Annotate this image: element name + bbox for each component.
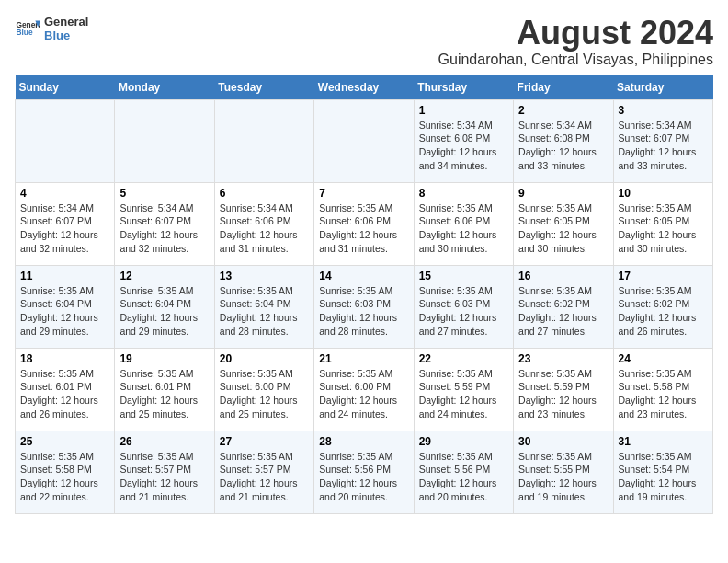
title-block: August 2024 Guindarohan, Central Visayas…	[438, 15, 713, 68]
day-number: 21	[319, 352, 408, 365]
day-number: 28	[319, 435, 408, 448]
day-number: 20	[220, 352, 309, 365]
calendar-cell: 7Sunrise: 5:35 AM Sunset: 6:06 PM Daylig…	[314, 182, 414, 265]
day-number: 18	[20, 352, 109, 365]
day-info: Sunrise: 5:35 AM Sunset: 6:04 PM Dayligh…	[119, 284, 209, 339]
day-info: Sunrise: 5:35 AM Sunset: 5:59 PM Dayligh…	[419, 367, 508, 421]
day-number: 14	[319, 270, 408, 282]
calendar-cell: 22Sunrise: 5:35 AM Sunset: 5:59 PM Dayli…	[414, 348, 513, 431]
calendar-cell: 9Sunrise: 5:35 AM Sunset: 6:05 PM Daylig…	[514, 182, 613, 265]
day-info: Sunrise: 5:35 AM Sunset: 6:02 PM Dayligh…	[619, 284, 708, 339]
header-day-monday: Monday	[115, 75, 214, 100]
calendar-cell: 30Sunrise: 5:35 AM Sunset: 5:55 PM Dayli…	[514, 431, 613, 513]
calendar-cell: 31Sunrise: 5:35 AM Sunset: 5:54 PM Dayli…	[613, 431, 712, 513]
logo: General Blue General Blue	[15, 15, 88, 42]
day-number: 26	[119, 435, 209, 448]
day-info: Sunrise: 5:35 AM Sunset: 6:00 PM Dayligh…	[319, 367, 408, 421]
day-number: 11	[20, 270, 109, 282]
day-info: Sunrise: 5:35 AM Sunset: 5:57 PM Dayligh…	[220, 450, 309, 504]
calendar-cell: 6Sunrise: 5:34 AM Sunset: 6:06 PM Daylig…	[214, 182, 313, 265]
day-info: Sunrise: 5:35 AM Sunset: 6:01 PM Dayligh…	[20, 367, 109, 421]
day-info: Sunrise: 5:35 AM Sunset: 6:06 PM Dayligh…	[419, 201, 508, 256]
calendar-cell: 29Sunrise: 5:35 AM Sunset: 5:56 PM Dayli…	[414, 431, 513, 513]
day-info: Sunrise: 5:34 AM Sunset: 6:07 PM Dayligh…	[20, 201, 109, 256]
calendar-cell: 5Sunrise: 5:34 AM Sunset: 6:07 PM Daylig…	[115, 182, 214, 265]
calendar-cell	[16, 99, 115, 182]
header-day-sunday: Sunday	[16, 75, 115, 100]
calendar-cell: 23Sunrise: 5:35 AM Sunset: 5:59 PM Dayli…	[514, 348, 613, 431]
calendar-cell: 19Sunrise: 5:35 AM Sunset: 6:01 PM Dayli…	[115, 348, 214, 431]
calendar-table: SundayMondayTuesdayWednesdayThursdayFrid…	[15, 75, 713, 514]
header-day-friday: Friday	[514, 75, 613, 100]
day-info: Sunrise: 5:35 AM Sunset: 6:02 PM Dayligh…	[518, 284, 608, 339]
day-info: Sunrise: 5:34 AM Sunset: 6:06 PM Dayligh…	[220, 201, 309, 256]
calendar-cell	[214, 99, 313, 182]
day-number: 8	[419, 187, 508, 200]
day-number: 16	[518, 270, 608, 282]
header-day-tuesday: Tuesday	[214, 75, 313, 100]
calendar-cell: 2Sunrise: 5:34 AM Sunset: 6:08 PM Daylig…	[514, 99, 613, 182]
day-info: Sunrise: 5:35 AM Sunset: 5:59 PM Dayligh…	[518, 367, 608, 421]
day-info: Sunrise: 5:35 AM Sunset: 5:58 PM Dayligh…	[20, 450, 109, 504]
page-title: August 2024	[438, 15, 713, 52]
calendar-cell: 28Sunrise: 5:35 AM Sunset: 5:56 PM Dayli…	[314, 431, 414, 513]
day-number: 9	[518, 187, 608, 200]
calendar-cell: 13Sunrise: 5:35 AM Sunset: 6:04 PM Dayli…	[214, 265, 313, 348]
day-number: 19	[119, 352, 209, 365]
calendar-cell: 3Sunrise: 5:34 AM Sunset: 6:07 PM Daylig…	[613, 99, 712, 182]
day-number: 10	[619, 187, 708, 200]
day-info: Sunrise: 5:35 AM Sunset: 6:03 PM Dayligh…	[419, 284, 508, 339]
day-number: 12	[119, 270, 209, 282]
day-info: Sunrise: 5:35 AM Sunset: 6:01 PM Dayligh…	[119, 367, 209, 421]
day-info: Sunrise: 5:35 AM Sunset: 6:03 PM Dayligh…	[319, 284, 408, 339]
calendar-cell	[115, 99, 214, 182]
day-info: Sunrise: 5:35 AM Sunset: 5:57 PM Dayligh…	[119, 450, 209, 504]
week-row-5: 25Sunrise: 5:35 AM Sunset: 5:58 PM Dayli…	[16, 431, 713, 513]
day-info: Sunrise: 5:35 AM Sunset: 5:56 PM Dayligh…	[419, 450, 508, 504]
logo-general: General	[44, 15, 88, 29]
logo-blue: Blue	[44, 29, 88, 42]
calendar-cell: 25Sunrise: 5:35 AM Sunset: 5:58 PM Dayli…	[16, 431, 115, 513]
day-info: Sunrise: 5:35 AM Sunset: 6:05 PM Dayligh…	[518, 201, 608, 256]
day-number: 6	[220, 187, 309, 200]
day-number: 13	[220, 270, 309, 282]
day-number: 4	[20, 187, 109, 200]
week-row-4: 18Sunrise: 5:35 AM Sunset: 6:01 PM Dayli…	[16, 348, 713, 431]
calendar-cell: 17Sunrise: 5:35 AM Sunset: 6:02 PM Dayli…	[613, 265, 712, 348]
calendar-cell: 24Sunrise: 5:35 AM Sunset: 5:58 PM Dayli…	[613, 348, 712, 431]
day-info: Sunrise: 5:34 AM Sunset: 6:08 PM Dayligh…	[419, 119, 508, 173]
day-info: Sunrise: 5:35 AM Sunset: 6:00 PM Dayligh…	[220, 367, 309, 421]
day-number: 31	[619, 435, 708, 448]
day-number: 1	[419, 104, 508, 117]
day-info: Sunrise: 5:35 AM Sunset: 6:04 PM Dayligh…	[20, 284, 109, 339]
calendar-cell: 1Sunrise: 5:34 AM Sunset: 6:08 PM Daylig…	[414, 99, 513, 182]
page-header: General Blue General Blue August 2024 Gu…	[15, 15, 713, 68]
day-info: Sunrise: 5:35 AM Sunset: 6:04 PM Dayligh…	[220, 284, 309, 339]
calendar-cell: 4Sunrise: 5:34 AM Sunset: 6:07 PM Daylig…	[16, 182, 115, 265]
header-day-wednesday: Wednesday	[314, 75, 414, 100]
day-number: 17	[619, 270, 708, 282]
day-number: 24	[619, 352, 708, 365]
calendar-cell: 10Sunrise: 5:35 AM Sunset: 6:05 PM Dayli…	[613, 182, 712, 265]
day-number: 30	[518, 435, 608, 448]
day-info: Sunrise: 5:34 AM Sunset: 6:07 PM Dayligh…	[619, 119, 708, 173]
header-day-saturday: Saturday	[613, 75, 712, 100]
week-row-2: 4Sunrise: 5:34 AM Sunset: 6:07 PM Daylig…	[16, 182, 713, 265]
day-number: 5	[119, 187, 209, 200]
calendar-cell: 8Sunrise: 5:35 AM Sunset: 6:06 PM Daylig…	[414, 182, 513, 265]
calendar-cell: 18Sunrise: 5:35 AM Sunset: 6:01 PM Dayli…	[16, 348, 115, 431]
day-info: Sunrise: 5:35 AM Sunset: 5:55 PM Dayligh…	[518, 450, 608, 504]
day-number: 25	[20, 435, 109, 448]
day-number: 23	[518, 352, 608, 365]
day-info: Sunrise: 5:35 AM Sunset: 5:58 PM Dayligh…	[619, 367, 708, 421]
calendar-cell: 20Sunrise: 5:35 AM Sunset: 6:00 PM Dayli…	[214, 348, 313, 431]
week-row-1: 1Sunrise: 5:34 AM Sunset: 6:08 PM Daylig…	[16, 99, 713, 182]
day-info: Sunrise: 5:34 AM Sunset: 6:08 PM Dayligh…	[518, 119, 608, 173]
logo-icon: General Blue	[15, 16, 40, 41]
day-info: Sunrise: 5:34 AM Sunset: 6:07 PM Dayligh…	[119, 201, 209, 256]
day-number: 2	[518, 104, 608, 117]
week-row-3: 11Sunrise: 5:35 AM Sunset: 6:04 PM Dayli…	[16, 265, 713, 348]
day-number: 15	[419, 270, 508, 282]
day-number: 29	[419, 435, 508, 448]
calendar-cell: 15Sunrise: 5:35 AM Sunset: 6:03 PM Dayli…	[414, 265, 513, 348]
